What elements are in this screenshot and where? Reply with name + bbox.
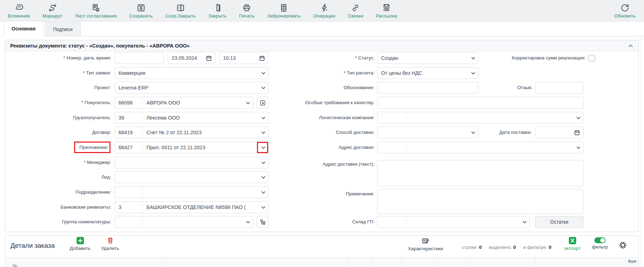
route-icon: [48, 3, 57, 13]
lead-select[interactable]: [115, 171, 269, 183]
project-value: Lexema ERP: [115, 85, 258, 91]
rows-counter: строки:0: [462, 245, 482, 250]
buyer-select[interactable]: 66098 АВРОРА ООО: [115, 97, 253, 109]
warehouse-select[interactable]: [377, 216, 530, 228]
correction-checkbox[interactable]: [588, 55, 595, 62]
chevron-down-icon[interactable]: [258, 175, 268, 180]
filter-toggle[interactable]: [594, 237, 606, 243]
calendar-icon[interactable]: [259, 55, 265, 61]
logistics-select[interactable]: [377, 112, 584, 124]
toolbar-button-print[interactable]: Печать: [239, 3, 255, 19]
delivery-method-select[interactable]: [377, 127, 478, 138]
buyer-code-field[interactable]: 66098: [115, 97, 142, 108]
delete-button[interactable]: Удалить: [99, 237, 122, 251]
toolbar-button-refresh[interactable]: Обновить: [614, 3, 636, 19]
field-label-delivery-date: Дата поставки:: [494, 129, 532, 136]
field-label-logistics: Логистическая компания:: [266, 114, 374, 121]
time-field[interactable]: 10:13: [219, 52, 269, 64]
selected-counter-value: 0: [513, 245, 516, 250]
calc-type-select[interactable]: От цены без НДС: [377, 67, 478, 79]
toolbar-button-attachments[interactable]: Вложения: [8, 3, 30, 19]
toolbar-button-close[interactable]: Закрыть: [208, 3, 227, 19]
project-select[interactable]: Lexema ERP: [115, 82, 269, 94]
grid-column-divider: [625, 257, 625, 267]
toolbar-button-approval-sheet[interactable]: Лист согласования: [75, 3, 117, 19]
remains-button[interactable]: Остатки: [535, 216, 584, 228]
department-code-field[interactable]: [115, 187, 142, 198]
justification-field[interactable]: [377, 82, 478, 94]
field-label-number-date: * Номер, дата, время:: [7, 55, 111, 62]
calendar-icon[interactable]: [206, 55, 212, 61]
review-field[interactable]: [535, 82, 584, 94]
add-button[interactable]: Добавить: [69, 237, 92, 251]
chevron-down-icon[interactable]: [243, 219, 253, 225]
manager-select[interactable]: [115, 157, 269, 168]
field-label-nom-group: Группа номенклатуры:: [7, 218, 111, 225]
toolbar-button-operations[interactable]: Операции: [313, 3, 335, 19]
quality-field[interactable]: [377, 97, 584, 109]
date-field[interactable]: 23.05.2024: [168, 52, 215, 64]
characteristics-button[interactable]: Характеристики: [404, 237, 447, 251]
number-field[interactable]: [115, 52, 164, 64]
chevron-down-icon[interactable]: [468, 56, 478, 61]
toolbar-button-label: Операции: [313, 13, 335, 19]
chevron-down-icon[interactable]: [520, 219, 529, 225]
warehouse-code-field[interactable]: [378, 216, 407, 228]
printer-icon: [242, 3, 251, 13]
settings-button[interactable]: [618, 240, 628, 250]
toolbar-button-route[interactable]: Маршрут: [42, 3, 63, 19]
bank-select[interactable]: 3 БАШКИРСКОЕ ОТДЕЛЕНИЕ N8598 ПАО (: [115, 201, 269, 213]
toolbar-button-save[interactable]: Сохранить: [129, 3, 153, 19]
calendar-icon[interactable]: [574, 130, 580, 136]
chevron-down-icon[interactable]: [573, 115, 583, 121]
logistics-code-field[interactable]: [378, 112, 407, 123]
delivery-address-code-field[interactable]: [378, 142, 407, 153]
annex-code-field[interactable]: 68427: [115, 142, 142, 153]
annex-select[interactable]: 68427 Прил. 0011 от 22.11.2023: [115, 142, 269, 153]
save-close-icon: [176, 3, 185, 13]
department-select[interactable]: [115, 186, 269, 198]
toolbar-button-mailing[interactable]: Рассылка: [376, 3, 397, 19]
chevron-down-icon[interactable]: [258, 205, 268, 210]
toolbar-button-reserve[interactable]: Забронировать: [267, 3, 301, 19]
chevron-down-icon[interactable]: [468, 71, 478, 76]
bank-code-field[interactable]: 3: [115, 202, 142, 213]
toolbar-button-label: Закрыть: [208, 13, 227, 19]
delivery-address-select[interactable]: [377, 142, 584, 153]
filter-toggle-button[interactable]: фильтр: [589, 237, 610, 250]
toolbar-button-links[interactable]: Связки: [348, 3, 363, 19]
nom-group-code-field[interactable]: [115, 216, 142, 228]
note-textarea[interactable]: [377, 189, 584, 214]
contract-code-field[interactable]: 68419: [115, 127, 142, 138]
delivery-address-textarea[interactable]: [377, 160, 584, 186]
remains-button-label: Остатки: [550, 219, 568, 225]
field-label-project: Проект:: [7, 84, 111, 91]
contract-select[interactable]: 68419 Счет № 2 от 22.11.2023: [115, 127, 269, 138]
filtered-counter: в фильтре:0: [523, 245, 551, 250]
save-icon: [136, 3, 146, 13]
status-select[interactable]: Создан: [377, 52, 478, 64]
time-value: 10:13: [220, 55, 259, 61]
consignee-select[interactable]: 39 Лексема ООО: [115, 112, 269, 124]
delete-button-label: Удалить: [101, 246, 119, 251]
tab-main[interactable]: Основная: [3, 21, 44, 36]
chevron-down-icon[interactable]: [573, 145, 583, 150]
grid-column-divider: [401, 257, 401, 267]
export-button[interactable]: экспорт: [561, 237, 584, 251]
tab-signatures[interactable]: Подписи: [45, 22, 81, 36]
consignee-code-field[interactable]: 39: [115, 112, 142, 123]
toolbar-button-label: Обновить: [614, 13, 636, 19]
excel-export-icon: [568, 237, 577, 245]
nom-group-select[interactable]: [115, 216, 253, 228]
request-type-value: Коммерция: [115, 70, 258, 76]
chevron-down-icon[interactable]: [468, 130, 478, 135]
bank-name-value: БАШКИРСКОЕ ОТДЕЛЕНИЕ N8598 ПАО (: [142, 204, 258, 210]
approval-sheet-icon: [91, 3, 101, 13]
request-type-select[interactable]: Коммерция: [115, 67, 269, 79]
page-edge-line: [641, 36, 641, 267]
door-icon: [213, 3, 222, 13]
chevron-down-icon[interactable]: [243, 100, 253, 106]
toolbar-button-save-close[interactable]: Сохр.Закрыть: [165, 3, 196, 19]
delivery-date-field[interactable]: [535, 127, 584, 138]
collapse-icon[interactable]: [628, 43, 634, 49]
